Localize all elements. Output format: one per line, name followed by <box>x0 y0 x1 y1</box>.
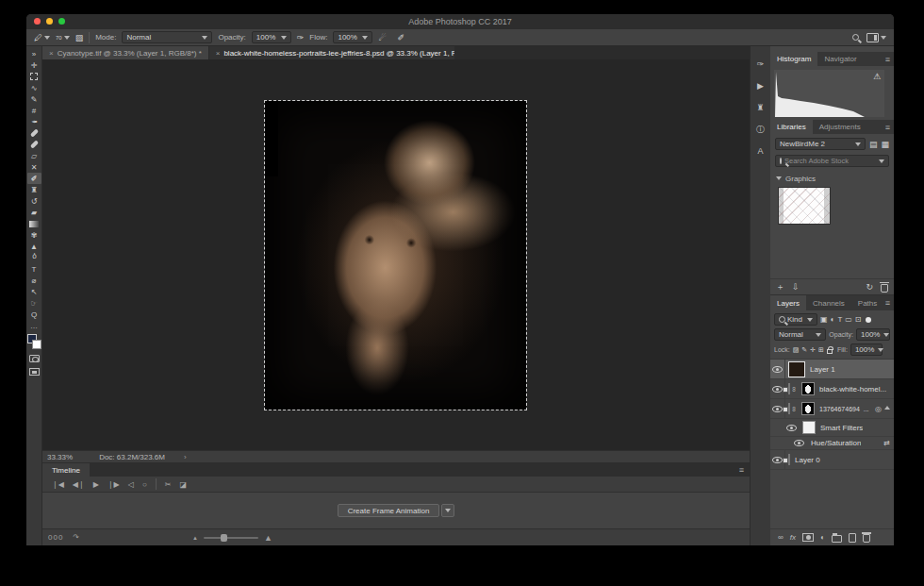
eyedropper-tool[interactable]: ✒ <box>27 116 41 127</box>
tab-navigator[interactable]: Navigator <box>817 52 863 66</box>
delete-layer-icon[interactable] <box>863 534 870 543</box>
adjustment-filter-icon[interactable]: ◐ <box>831 315 835 324</box>
type-filter-icon[interactable]: T <box>837 315 842 324</box>
zoom-level-field[interactable]: 33.33% <box>47 453 73 461</box>
filter-name[interactable]: Hue/Saturation <box>811 439 861 447</box>
pixel-filter-icon[interactable]: ▣ <box>820 315 828 324</box>
opacity-select[interactable]: 100% <box>252 31 291 43</box>
flip-icon[interactable]: ↷ <box>73 533 79 542</box>
visibility-cell[interactable] <box>770 360 785 378</box>
new-group-icon[interactable] <box>832 535 842 543</box>
pen-tool[interactable]: ⌀ <box>27 275 41 286</box>
smart-filters-row[interactable]: Smart Filters <box>770 419 894 437</box>
smart-object-filter-icon[interactable]: ⊡ <box>855 315 862 324</box>
character-panel-icon[interactable]: A <box>753 144 768 158</box>
layer-blend-mode-select[interactable]: Normal <box>774 328 826 341</box>
brush-preset-picker[interactable]: 70 <box>56 33 70 42</box>
library-asset-thumbnail[interactable] <box>778 187 831 225</box>
move-tool[interactable]: ✛ <box>27 59 41 71</box>
render-settings-button[interactable]: ○ <box>142 480 147 489</box>
actions-panel-icon[interactable]: ▶ <box>753 79 768 92</box>
adobe-stock-search[interactable] <box>775 155 889 167</box>
filter-toggle[interactable] <box>866 317 871 323</box>
path-selection-tool[interactable]: ↖ <box>27 286 41 297</box>
slider-thumb[interactable] <box>221 534 227 542</box>
toggle-brush-panel-button[interactable]: ▨ <box>75 33 84 42</box>
split-clip-button[interactable]: ✂ <box>165 480 172 489</box>
mixer-brush-tool[interactable]: ✾ <box>27 229 41 241</box>
brush-settings-panel-icon[interactable]: ✑ <box>753 58 768 71</box>
content-aware-move-tool[interactable]: ✕ <box>27 161 41 173</box>
lasso-tool[interactable]: ∿ <box>27 82 41 93</box>
tab-adjustments[interactable]: Adjustments <box>813 120 867 134</box>
collapse-filters-chevron[interactable] <box>884 406 890 410</box>
tool-preset-picker[interactable]: 🖊︎ <box>34 33 50 42</box>
shape-filter-icon[interactable]: ▭ <box>845 315 852 324</box>
timeline-tab[interactable]: Timeline <box>42 463 90 477</box>
library-select[interactable]: NewBirdMe 2 <box>775 138 866 150</box>
layer-thumbnail[interactable] <box>788 361 805 377</box>
close-window-button[interactable] <box>34 18 41 25</box>
layer-name[interactable]: black-white-homel... <box>819 385 886 393</box>
audio-mute-button[interactable]: ◁ <box>128 480 134 489</box>
quick-selection-tool[interactable]: ✎ <box>27 93 41 105</box>
create-frame-animation-button[interactable]: Create Frame Animation <box>338 504 440 517</box>
info-panel-icon[interactable]: ⓘ <box>753 123 768 136</box>
canvas-pasteboard[interactable] <box>42 59 750 450</box>
warning-icon[interactable]: ⚠︎ <box>873 72 881 81</box>
filter-blending-options-icon[interactable]: ⇄ <box>883 439 890 447</box>
new-adjustment-layer-icon[interactable]: ◐ <box>820 533 825 542</box>
lock-transparency-icon[interactable]: ▨ <box>793 346 800 354</box>
create-animation-dropdown[interactable] <box>441 504 454 517</box>
tab-layers[interactable]: Layers <box>770 295 806 310</box>
next-frame-button[interactable]: ❘▶ <box>107 480 120 489</box>
first-frame-button[interactable]: ❘◀ <box>52 480 64 489</box>
flow-select[interactable]: 100% <box>333 31 372 43</box>
list-view-icon[interactable]: ▦ <box>881 140 889 149</box>
timeline-zoom-slider[interactable] <box>204 537 258 539</box>
close-tab-icon[interactable]: × <box>216 49 221 58</box>
layer-name[interactable]: Layer 0 <box>795 456 820 464</box>
panel-menu-icon[interactable]: ≡ <box>885 55 890 64</box>
hand-tool[interactable]: ☞ <box>27 297 41 309</box>
status-expand-arrow[interactable]: › <box>184 453 187 461</box>
healing-brush-tool[interactable] <box>27 139 41 150</box>
link-layers-icon[interactable]: ∞ <box>778 533 784 542</box>
add-content-icon[interactable]: ＋ <box>776 281 784 293</box>
tab-paths[interactable]: Paths <box>851 295 883 310</box>
quick-mask-button[interactable] <box>27 353 41 364</box>
hue-saturation-row[interactable]: Hue/Saturation ⇄ <box>770 437 894 450</box>
document-tab-homeless-portrait[interactable]: × black-white-homeless-portraits-lee-jef… <box>209 46 454 59</box>
visibility-cell[interactable] <box>791 437 806 449</box>
lock-position-icon[interactable]: ✛ <box>810 346 816 354</box>
opacity-pressure-button[interactable]: ✑ <box>297 33 305 42</box>
previous-frame-button[interactable]: ◀❘ <box>73 480 85 489</box>
search-icon[interactable] <box>852 34 859 41</box>
eraser-tool[interactable]: ▰ <box>27 207 41 218</box>
airbrush-button[interactable]: ☄︎ <box>378 33 386 42</box>
crop-tool[interactable]: # <box>27 105 41 116</box>
minimize-window-button[interactable] <box>46 18 53 25</box>
gradient-tool[interactable] <box>27 218 41 229</box>
layer-opacity-select[interactable]: 100% <box>856 328 890 341</box>
layer-row-smart-object[interactable]: ∞ 13764674694_... ◎ <box>770 399 894 419</box>
layer-name[interactable]: 13764674694_... <box>819 406 869 412</box>
add-layer-mask-icon[interactable] <box>802 533 814 542</box>
rectangular-marquee-tool[interactable] <box>27 71 41 82</box>
layer-row-layer0[interactable]: Layer 0 <box>770 450 894 470</box>
lock-pixels-icon[interactable]: ✎ <box>801 346 807 354</box>
filter-mask-thumbnail[interactable] <box>802 421 816 434</box>
layer-mask-thumbnail[interactable] <box>801 382 815 395</box>
close-tab-icon[interactable]: × <box>49 49 54 58</box>
tab-libraries[interactable]: Libraries <box>770 120 813 134</box>
canvas-image[interactable] <box>265 101 526 410</box>
clone-source-panel-icon[interactable]: ♜ <box>753 101 768 114</box>
grid-view-icon[interactable]: ▤ <box>869 140 878 149</box>
dodge-tool[interactable]: ϙ <box>27 252 41 263</box>
tab-histogram[interactable]: Histogram <box>770 52 817 66</box>
blend-mode-select[interactable]: Normal <box>122 31 212 43</box>
layer-name[interactable]: Layer 1 <box>810 365 835 374</box>
delete-icon[interactable] <box>881 284 888 293</box>
edit-toolbar-button[interactable]: … <box>27 320 41 331</box>
history-brush-tool[interactable]: ↺ <box>27 195 41 207</box>
